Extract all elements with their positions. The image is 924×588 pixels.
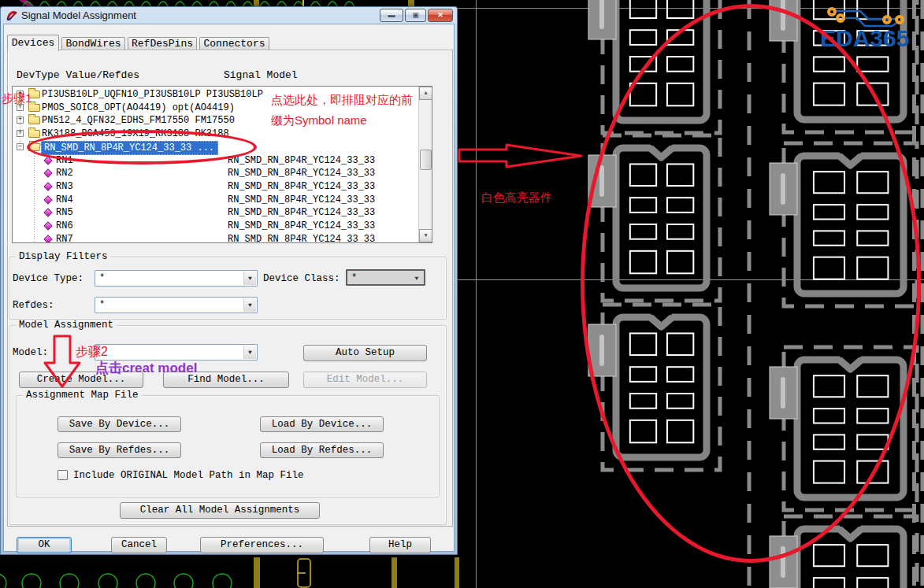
display-filters-group: Display Filters Device Type: * ▼ Device … bbox=[9, 257, 447, 320]
load-by-refdes-button[interactable]: Load By Refdes... bbox=[260, 442, 384, 458]
save-by-refdes-button[interactable]: Save By Refdes... bbox=[58, 442, 181, 458]
side-component-slot bbox=[599, 0, 604, 29]
scroll-up-button[interactable]: ▲ bbox=[419, 87, 432, 100]
folder-icon bbox=[28, 116, 40, 124]
close-button[interactable]: ✕ bbox=[428, 9, 453, 22]
preferences-button[interactable]: Preferences... bbox=[200, 537, 324, 553]
annotation-arrow-right bbox=[458, 140, 585, 173]
annotation-step1: 步骤1 bbox=[2, 91, 32, 106]
pcb-pad-circle bbox=[22, 574, 41, 588]
signal-model-assignment-dialog: Signal Model Assignment ▬ ▣ ✕ Devices Bo… bbox=[0, 6, 458, 555]
pcb-pad-circle bbox=[98, 574, 117, 588]
tab-connectors[interactable]: Connectors bbox=[199, 37, 269, 50]
chevron-down-icon[interactable]: ▼ bbox=[243, 272, 256, 285]
signal-model-cell: RN_SMD_RN_8P4R_YC124_33_33 bbox=[228, 207, 375, 218]
device-class-label: Device Class: bbox=[263, 273, 340, 284]
footprint-pad bbox=[667, 0, 693, 18]
footprint-pad bbox=[814, 545, 844, 566]
signal-model-cell: RN_SMD_RN_8P4R_YC124_33_33 bbox=[228, 181, 375, 192]
device-tree-row[interactable]: RN2RN_SMD_RN_8P4R_YC124_33_33 bbox=[13, 167, 419, 180]
footprint-pad bbox=[857, 57, 888, 71]
load-by-device-button[interactable]: Load By Device... bbox=[260, 416, 384, 432]
signal-model-cell: RN_SMD_RN_8P4R_YC124_33_33 bbox=[228, 168, 375, 179]
footprint-pad bbox=[857, 545, 888, 566]
device-pin-icon bbox=[43, 195, 52, 204]
scroll-down-button[interactable]: ▼ bbox=[419, 229, 432, 242]
clear-all-model-assignments-button[interactable]: Clear All Model Assignments bbox=[120, 502, 320, 519]
title-bar[interactable]: Signal Model Assignment ▬ ▣ ✕ bbox=[1, 7, 457, 24]
refdes-combo[interactable]: * ▼ bbox=[95, 297, 258, 313]
tab-refdespins[interactable]: RefDesPins bbox=[128, 37, 197, 50]
device-tree-row[interactable]: RN3RN_SMD_RN_8P4R_YC124_33_33 bbox=[13, 180, 419, 194]
group-title: Display Filters bbox=[16, 251, 111, 262]
maximize-button[interactable]: ▣ bbox=[405, 9, 426, 22]
assignment-map-file-group: Assignment Map File Save By Device... Lo… bbox=[16, 395, 440, 497]
model-combo[interactable]: ▼ bbox=[95, 344, 258, 361]
scrollbar-thumb[interactable] bbox=[420, 150, 432, 170]
device-type-label: PMOS_SOIC8_OPT(AO4419) opt(AO4419) bbox=[42, 102, 235, 113]
pcb-trace-bar bbox=[254, 557, 260, 588]
folder-icon bbox=[28, 130, 40, 138]
edit-model-button: Edit Model... bbox=[303, 372, 427, 388]
cancel-button[interactable]: Cancel bbox=[111, 537, 167, 553]
tab-devices[interactable]: Devices bbox=[7, 35, 59, 51]
pcb-pad-circle bbox=[174, 574, 193, 588]
group-title: Model Assignment bbox=[16, 320, 117, 331]
logo-via bbox=[829, 9, 835, 15]
annotation-note-line1: 点选此处，即排阻对应的前 bbox=[271, 93, 413, 108]
group-title: Assignment Map File bbox=[23, 390, 142, 401]
device-tree-row[interactable]: RN7RN_SMD_RN_8P4R_YC124_33_33 bbox=[13, 233, 419, 243]
device-pin-icon bbox=[43, 221, 52, 230]
refdes-cell: RN6 bbox=[56, 220, 73, 231]
signal-model-cell: RN_SMD_RN_8P4R_YC124_33_33 bbox=[228, 155, 375, 166]
pcb-trace-bar bbox=[391, 557, 397, 588]
chevron-down-icon[interactable]: ▼ bbox=[410, 272, 423, 283]
refdes-cell: RN2 bbox=[56, 168, 73, 179]
device-tree-listbox[interactable]: +PI3USB10LP_UQFN10_PI3USB10LP PI3USB10LP… bbox=[12, 86, 432, 243]
device-tree-row[interactable]: RN4RN_SMD_RN_8P4R_YC124_33_33 bbox=[13, 194, 419, 207]
signal-model-cell: RN_SMD_RN_8P4R_YC124_33_33 bbox=[228, 234, 375, 243]
tree-connector-line bbox=[34, 151, 35, 242]
device-type-label: PN512_4_QFN32_EDHS_FM17550 FM17550 bbox=[42, 115, 235, 126]
logo-via bbox=[837, 15, 844, 21]
device-pin-icon bbox=[43, 209, 52, 217]
device-tree-row[interactable]: RN5RN_SMD_RN_8P4R_YC124_33_33 bbox=[13, 206, 419, 220]
device-pin-icon bbox=[43, 169, 52, 178]
checkbox-label: Include ORIGINAL Model Path in Map File bbox=[73, 470, 304, 481]
refdes-cell: RN7 bbox=[56, 234, 73, 243]
footprint-pad bbox=[857, 578, 888, 588]
footprint-pad bbox=[814, 578, 844, 588]
refdes-cell: RN4 bbox=[56, 194, 73, 205]
device-tree-row[interactable]: RN6RN_SMD_RN_8P4R_YC124_33_33 bbox=[13, 220, 419, 233]
refdes-cell: RN5 bbox=[56, 207, 73, 218]
window-title: Signal Model Assignment bbox=[21, 9, 136, 21]
pcb-trace-bar bbox=[455, 557, 459, 588]
annotation-ellipse-highlighted-components bbox=[581, 4, 921, 563]
include-original-path-checkbox[interactable] bbox=[58, 470, 68, 480]
pcb-pad-circle bbox=[213, 574, 232, 588]
device-class-combo[interactable]: * ▼ bbox=[346, 269, 425, 286]
device-type-combo[interactable]: * ▼ bbox=[95, 270, 258, 287]
save-by-device-button[interactable]: Save By Device... bbox=[58, 416, 181, 432]
column-header-devtype: DevType Value/Refdes bbox=[17, 69, 139, 81]
signal-model-cell: RN_SMD_RN_8P4R_YC124_33_33 bbox=[228, 220, 375, 231]
annotation-highlight-note: 白色高亮器件 bbox=[481, 190, 552, 205]
chevron-down-icon[interactable]: ▼ bbox=[243, 346, 256, 359]
device-pin-icon bbox=[43, 182, 52, 190]
chevron-down-icon[interactable]: ▼ bbox=[243, 298, 256, 312]
app-icon bbox=[6, 9, 18, 21]
auto-setup-button[interactable]: Auto Setup bbox=[303, 345, 427, 361]
pcb-pad-circle bbox=[60, 574, 79, 588]
pcb-pad-circle bbox=[136, 574, 155, 588]
device-type-label: Device Type: bbox=[13, 273, 83, 284]
annotation-note-line2: 缀为Symbol name bbox=[271, 113, 367, 128]
footprint-pad bbox=[630, 30, 656, 45]
vertical-scrollbar[interactable]: ▲ ▼ bbox=[418, 87, 432, 242]
tab-bondwires[interactable]: BondWires bbox=[61, 37, 125, 50]
device-pin-icon bbox=[43, 235, 52, 243]
column-header-signal-model: Signal Model bbox=[224, 69, 298, 81]
minimize-button[interactable]: ▬ bbox=[380, 9, 403, 22]
ok-button[interactable]: OK bbox=[17, 537, 72, 553]
refdes-label: Refdes: bbox=[13, 300, 54, 311]
help-button[interactable]: Help bbox=[369, 537, 431, 553]
